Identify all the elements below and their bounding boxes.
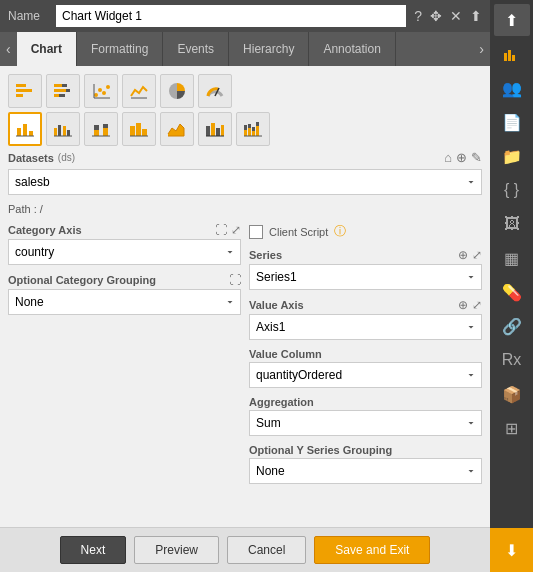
sidebar-icon-rx[interactable]: Rx <box>494 344 530 376</box>
category-axis-label: Category Axis <box>8 224 82 236</box>
svg-rect-7 <box>54 94 59 97</box>
svg-point-12 <box>106 85 110 89</box>
aggregation-section: Aggregation Sum <box>249 396 482 436</box>
expand-icon[interactable]: ⬆ <box>470 8 482 24</box>
value-axis-add-icon[interactable]: ⊕ <box>458 298 468 312</box>
client-script-info-icon: ⓘ <box>334 223 346 240</box>
optional-grouping-icon[interactable]: ⛶ <box>229 273 241 287</box>
optional-grouping-label: Optional Category Grouping <box>8 274 156 286</box>
datasets-add-icon[interactable]: ⊕ <box>456 150 467 165</box>
optional-y-grouping-select[interactable]: None <box>249 458 482 484</box>
chart-type-bar-vert-selected[interactable] <box>8 112 42 146</box>
svg-rect-37 <box>216 128 220 136</box>
datasets-select-row: salesb <box>8 169 482 195</box>
svg-rect-5 <box>54 89 66 92</box>
sidebar-icon-pill[interactable]: 💊 <box>494 276 530 308</box>
chart-type-combo[interactable] <box>198 112 232 146</box>
chart-type-stacked-bar-horiz[interactable] <box>46 74 80 108</box>
datasets-home-icon[interactable]: ⌂ <box>444 150 452 165</box>
tab-right-arrow[interactable]: › <box>473 32 490 66</box>
name-label: Name <box>8 9 48 23</box>
chart-type-wide-bar[interactable] <box>122 112 156 146</box>
category-axis-arrow-icon[interactable]: ⤢ <box>231 223 241 237</box>
sidebar-icon-box[interactable]: 📦 <box>494 378 530 410</box>
move-icon[interactable]: ✥ <box>430 8 442 24</box>
sidebar-icon-layers[interactable]: ⊞ <box>494 412 530 444</box>
chart-type-scatter[interactable] <box>84 74 118 108</box>
chart-type-bar-horiz[interactable] <box>8 74 42 108</box>
right-sidebar: ⬆ 👥 📄 📁 { } 🖼 ▦ 💊 🔗 Rx 📦 ⊞ ⬇ <box>490 0 533 572</box>
tab-bar: ‹ Chart Formatting Events Hierarchy Anno… <box>0 32 490 66</box>
svg-rect-3 <box>54 84 62 87</box>
tab-hierarchy[interactable]: Hierarchy <box>229 32 309 66</box>
client-script-label: Client Script <box>269 226 328 238</box>
left-column: Category Axis ⛶ ⤢ country Optional Categ… <box>8 223 241 323</box>
aggregation-label: Aggregation <box>249 396 314 408</box>
next-button[interactable]: Next <box>60 536 127 564</box>
path-row: Path : / <box>8 203 482 215</box>
value-axis-arrow-icon[interactable]: ⤢ <box>472 298 482 312</box>
svg-rect-18 <box>23 124 27 136</box>
svg-rect-17 <box>17 128 21 136</box>
series-arrow-icon[interactable]: ⤢ <box>472 248 482 262</box>
sidebar-icon-chart[interactable] <box>494 38 530 70</box>
series-select[interactable]: Series1 <box>249 264 482 290</box>
aggregation-select[interactable]: Sum <box>249 410 482 436</box>
sidebar-icon-download[interactable]: ⬇ <box>494 534 530 566</box>
sidebar-icon-file[interactable]: 📁 <box>494 140 530 172</box>
series-add-icon[interactable]: ⊕ <box>458 248 468 262</box>
help-icon[interactable]: ? <box>414 8 422 24</box>
svg-rect-21 <box>54 128 57 136</box>
tab-annotation[interactable]: Annotation <box>309 32 395 66</box>
datasets-section: Datasets (ds) ⌂ ⊕ ✎ <box>8 150 482 165</box>
sidebar-icon-doc[interactable]: 📄 <box>494 106 530 138</box>
chart-type-pie[interactable] <box>160 74 194 108</box>
close-icon[interactable]: ✕ <box>450 8 462 24</box>
svg-rect-51 <box>512 55 515 61</box>
sidebar-icon-table[interactable]: ▦ <box>494 242 530 274</box>
chart-type-multi-stacked[interactable] <box>236 112 270 146</box>
datasets-edit-icon[interactable]: ✎ <box>471 150 482 165</box>
value-column-section: Value Column quantityOrdered <box>249 348 482 388</box>
footer: Next Preview Cancel Save and Exit <box>0 527 490 572</box>
datasets-label: Datasets <box>8 152 54 164</box>
datasets-select[interactable]: salesb <box>8 169 482 195</box>
tab-chart[interactable]: Chart <box>17 32 77 66</box>
svg-point-10 <box>98 88 102 92</box>
svg-rect-1 <box>16 89 32 92</box>
series-section: Series ⊕ ⤢ Series1 <box>249 248 482 290</box>
value-axis-select[interactable]: Axis1 <box>249 314 482 340</box>
optional-y-grouping-label: Optional Y Series Grouping <box>249 444 392 456</box>
svg-rect-2 <box>16 94 23 97</box>
title-bar: Name ? ✥ ✕ ⬆ <box>0 0 490 32</box>
value-column-label: Value Column <box>249 348 322 360</box>
tab-left-arrow[interactable]: ‹ <box>0 32 17 66</box>
svg-rect-6 <box>66 89 70 92</box>
sidebar-icon-users[interactable]: 👥 <box>494 72 530 104</box>
chart-type-line[interactable] <box>122 74 156 108</box>
chart-type-stacked-bar-vert[interactable] <box>84 112 118 146</box>
sidebar-icon-upload[interactable]: ⬆ <box>494 4 530 36</box>
save-exit-button[interactable]: Save and Exit <box>314 536 430 564</box>
widget-name-input[interactable] <box>56 5 406 27</box>
tab-formatting[interactable]: Formatting <box>77 32 163 66</box>
tab-events[interactable]: Events <box>163 32 229 66</box>
cancel-button[interactable]: Cancel <box>227 536 306 564</box>
chart-type-grouped-bar[interactable] <box>46 112 80 146</box>
preview-button[interactable]: Preview <box>134 536 219 564</box>
chart-type-area[interactable] <box>160 112 194 146</box>
value-column-select[interactable]: quantityOrdered <box>249 362 482 388</box>
svg-rect-43 <box>248 124 251 128</box>
category-axis-share-icon[interactable]: ⛶ <box>215 223 227 237</box>
sidebar-icon-link[interactable]: 🔗 <box>494 310 530 342</box>
category-axis-select[interactable]: country <box>8 239 241 265</box>
client-script-checkbox[interactable] <box>249 225 263 239</box>
right-column: Client Script ⓘ Series ⊕ ⤢ Series1 <box>249 223 482 492</box>
svg-rect-29 <box>103 124 108 128</box>
chart-type-gauge[interactable] <box>198 74 232 108</box>
sidebar-icon-image[interactable]: 🖼 <box>494 208 530 240</box>
sidebar-icon-code[interactable]: { } <box>494 174 530 206</box>
svg-rect-40 <box>244 130 247 136</box>
content-area: Datasets (ds) ⌂ ⊕ ✎ salesb Path : / <box>0 66 490 527</box>
optional-grouping-select[interactable]: None <box>8 289 241 315</box>
